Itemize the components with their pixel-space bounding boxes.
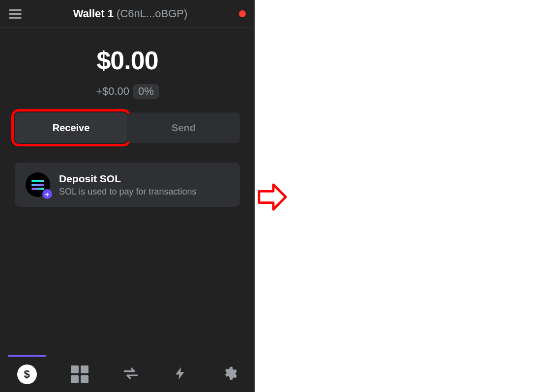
grid-icon: [71, 365, 88, 383]
bottom-nav: $: [0, 356, 255, 392]
lightning-icon: [173, 366, 188, 381]
nav-activity[interactable]: [173, 366, 188, 383]
wallet-title[interactable]: Wallet 1 (C6nL...oBGP): [22, 7, 239, 20]
send-button[interactable]: Send: [127, 112, 240, 143]
gear-icon: [222, 365, 237, 381]
plus-badge-icon: +: [42, 189, 52, 199]
nav-balances[interactable]: $: [17, 364, 37, 384]
balance-pct: 0%: [133, 84, 159, 99]
solana-icon: +: [26, 172, 50, 197]
balance-change: +$0.00 0%: [0, 84, 255, 99]
wallet-address: (C6nL...oBGP): [117, 7, 187, 20]
nav-settings[interactable]: [222, 365, 237, 383]
wallet-home-screen: Wallet 1 (C6nL...oBGP) $0.00 +$0.00 0% R…: [0, 0, 255, 392]
deposit-title: Deposit SOL: [59, 173, 196, 185]
receive-button[interactable]: Receive: [15, 112, 127, 143]
balance-area: $0.00 +$0.00 0%: [0, 28, 255, 99]
dollar-icon: $: [17, 364, 37, 384]
hamburger-menu-icon[interactable]: [9, 9, 22, 19]
deposit-sol-card[interactable]: + Deposit SOL SOL is used to pay for tra…: [15, 163, 240, 207]
action-row: Receive Send: [15, 112, 240, 143]
receive-label: Receive: [53, 122, 90, 134]
balance-delta: +$0.00: [96, 85, 129, 98]
deposit-card-text: Deposit SOL SOL is used to pay for trans…: [59, 173, 196, 197]
nav-swap[interactable]: [122, 365, 139, 384]
send-label: Send: [172, 122, 196, 134]
swap-icon: [122, 365, 139, 382]
status-dot-icon[interactable]: [239, 10, 246, 17]
nav-collectibles[interactable]: [71, 365, 88, 383]
balance-amount: $0.00: [0, 46, 255, 75]
header-bar: Wallet 1 (C6nL...oBGP): [0, 0, 255, 28]
wallet-name: Wallet 1: [73, 7, 114, 20]
nav-indicator: [8, 355, 46, 357]
flow-arrow-icon: [257, 182, 288, 212]
deposit-subtitle: SOL is used to pay for transactions: [59, 187, 196, 197]
